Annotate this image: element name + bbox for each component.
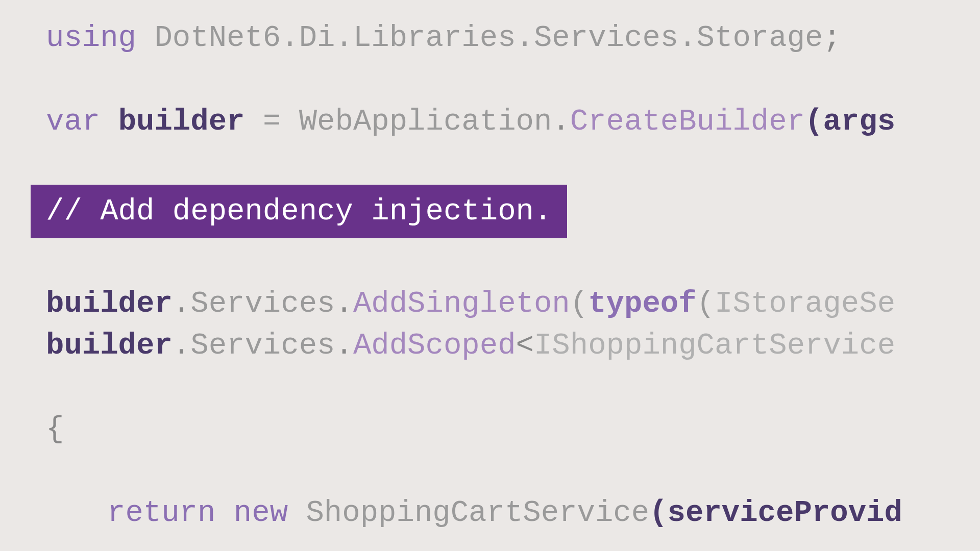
code-line-builder-decl: var builder = WebApplication.CreateBuild… — [46, 101, 980, 143]
method-addscoped: AddScoped — [353, 329, 516, 363]
dot: . — [552, 105, 570, 139]
type-shoppingcartservice: ShoppingCartService — [306, 496, 649, 530]
dot: . — [335, 287, 353, 321]
dot: . — [173, 329, 190, 363]
highlighted-comment-wrapper: // Add dependency injection. — [31, 185, 980, 238]
property-services: Services — [190, 329, 335, 363]
blank-line — [46, 59, 980, 101]
angle-bracket-open: < — [516, 329, 534, 363]
keyword-typeof: typeof — [588, 287, 696, 321]
identifier-args: args — [823, 105, 895, 139]
type-istorageservice: IStorageSe — [715, 287, 895, 321]
identifier-builder: builder — [46, 287, 173, 321]
identifier-serviceprovider: serviceProvid — [668, 496, 902, 530]
blank-line — [46, 367, 980, 409]
operator-equals: = — [263, 105, 281, 139]
type-ishoppingcartservice: IShoppingCartService — [534, 329, 895, 363]
code-line-using: using DotNet6.Di.Libraries.Services.Stor… — [46, 17, 980, 59]
blank-line — [46, 534, 980, 551]
keyword-using: using — [46, 21, 136, 55]
method-addsingleton: AddSingleton — [353, 287, 570, 321]
paren-open: ( — [649, 496, 667, 530]
paren-open: ( — [697, 287, 715, 321]
keyword-return: return — [107, 496, 215, 530]
property-services: Services — [190, 287, 335, 321]
type-webapplication: WebApplication — [299, 105, 552, 139]
keyword-new: new — [234, 496, 288, 530]
blank-line — [46, 143, 980, 185]
highlighted-comment: // Add dependency injection. — [31, 185, 567, 238]
identifier-builder: builder — [118, 105, 245, 139]
method-createbuilder: CreateBuilder — [570, 105, 805, 139]
dot: . — [335, 329, 353, 363]
semicolon: ; — [823, 21, 841, 55]
namespace-path: DotNet6.Di.Libraries.Services.Storage — [154, 21, 823, 55]
code-line-brace-open: { — [46, 409, 980, 450]
blank-line — [46, 241, 980, 283]
paren-open: ( — [805, 105, 823, 139]
keyword-var: var — [46, 105, 100, 139]
dot: . — [173, 287, 190, 321]
code-line-return: return new ShoppingCartService(servicePr… — [46, 492, 980, 534]
identifier-builder: builder — [46, 329, 173, 363]
brace-open: { — [46, 412, 64, 446]
code-line-addscoped: builder.Services.AddScoped<IShoppingCart… — [46, 325, 980, 367]
code-line-addsingleton: builder.Services.AddSingleton(typeof(ISt… — [46, 283, 980, 325]
blank-line — [46, 450, 980, 492]
paren-open: ( — [570, 287, 588, 321]
